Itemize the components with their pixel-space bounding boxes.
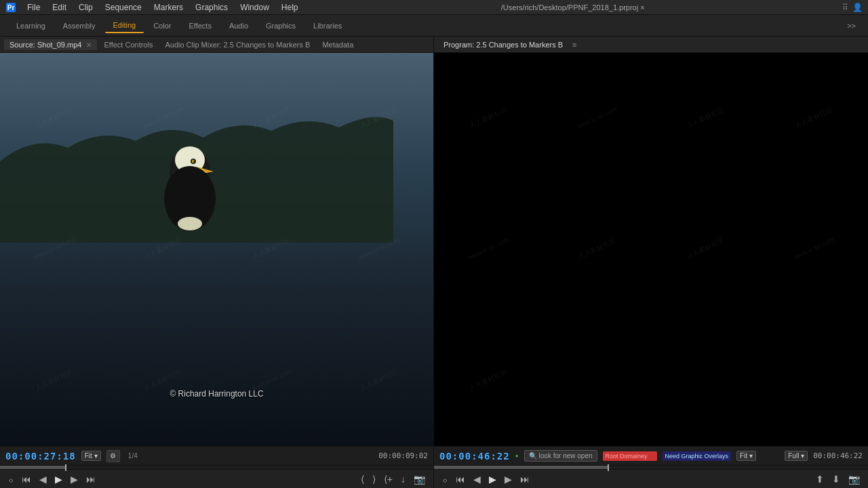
source-out-point-button[interactable]: ⟩	[370, 472, 378, 486]
source-insert-button[interactable]: ⟨+	[381, 472, 395, 486]
prog-step-forward-btn[interactable]: ⏭	[517, 472, 532, 486]
menu-item-file[interactable]: File	[22, 1, 45, 14]
source-tab-audio-mixer[interactable]: Audio Clip Mixer: 2.5 Changes to Markers…	[159, 39, 315, 50]
source-timecode-display: 00:00:27:18	[5, 451, 76, 462]
svg-point-9	[193, 161, 195, 162]
source-fit-dropdown[interactable]: Fit ▾	[81, 451, 101, 461]
program-scrubber-fill	[434, 466, 608, 469]
search-icon: 🔍	[529, 452, 537, 460]
source-video-preview: © Richard Harrington LLC 人人素材社区 www.rr-s…	[0, 53, 433, 446]
menu-item-clip[interactable]: Clip	[73, 1, 98, 14]
prog-export-frame-btn[interactable]: 📷	[846, 472, 863, 486]
source-add-marker-button[interactable]: ⬦	[5, 472, 16, 486]
menu-item-markers[interactable]: Markers	[149, 1, 189, 14]
menu-item-graphics[interactable]: Graphics	[190, 1, 233, 14]
prog-next-frame-btn[interactable]: ▶	[502, 472, 515, 486]
prog-lift-btn[interactable]: ⬆	[813, 472, 827, 486]
workspace-tab-libraries[interactable]: Libraries	[305, 19, 350, 33]
program-scrubber[interactable]	[434, 465, 868, 469]
program-green-indicator: ●	[515, 453, 519, 459]
program-timecode-bar: 00:00:46:22 ● 🔍 look for new open Root D…	[434, 446, 868, 465]
close-source-tab-icon[interactable]: ✕	[86, 41, 92, 49]
prog-prev-frame-btn[interactable]: ◀	[471, 472, 484, 486]
prog-wm-6: 人人素材社区	[520, 167, 673, 330]
source-next-frame-button[interactable]: ▶	[68, 472, 81, 486]
workspace-tab-effects[interactable]: Effects	[180, 19, 219, 33]
source-timecode-bar: 00:00:27:18 Fit ▾ ⚙ 1/4 00:00:09:02	[0, 446, 433, 465]
eagle-scene-svg	[0, 53, 433, 446]
program-red-marker-bar: Root Domainey	[603, 451, 657, 461]
source-tab-metadata[interactable]: Metadata	[317, 39, 359, 50]
prog-wm-3: 人人素材社区	[629, 53, 782, 199]
source-fraction: 1/4	[128, 452, 138, 460]
source-duration: 00:00:09:02	[378, 451, 428, 460]
source-scrubber[interactable]	[0, 465, 433, 469]
source-tabs: Source: Shot_09.mp4 ✕ Effect Controls Au…	[0, 37, 433, 53]
source-in-point-button[interactable]: ⟨	[358, 472, 367, 486]
workspace-tab-color[interactable]: Color	[145, 19, 179, 33]
source-panel: Source: Shot_09.mp4 ✕ Effect Controls Au…	[0, 37, 433, 488]
prog-wm-7: 人人素材社区	[629, 167, 782, 330]
menu-item-window[interactable]: Window	[235, 1, 275, 14]
program-search-bar[interactable]: 🔍 look for new open	[524, 450, 597, 462]
workspace-tab-audio[interactable]: Audio	[221, 19, 256, 33]
menu-item-sequence[interactable]: Sequence	[100, 1, 147, 14]
source-export-frame-button[interactable]: 📷	[411, 472, 428, 486]
user-icon[interactable]: 👤	[852, 3, 863, 12]
prog-add-marker-btn[interactable]: ⬦	[439, 472, 450, 486]
source-overwrite-button[interactable]: ↓	[398, 472, 408, 486]
source-transport-bar: ⬦ ⏮ ◀ ▶ ▶ ⏭ ⟨ ⟩ ⟨+ ↓ 📷	[0, 469, 433, 488]
menu-item-edit[interactable]: Edit	[47, 1, 72, 14]
program-transport-bar: ⬦ ⏮ ◀ ▶ ▶ ⏭ ⬆ ⬇ 📷	[434, 469, 868, 488]
prog-step-back-btn[interactable]: ⏮	[453, 472, 468, 486]
source-tab-shot09[interactable]: Source: Shot_09.mp4 ✕	[4, 39, 97, 50]
prog-wm-2: www.rr-sc.com	[520, 53, 673, 199]
prog-play-btn[interactable]: ▶	[486, 472, 499, 486]
program-tab-main[interactable]: Program: 2.5 Changes to Markers B	[438, 39, 568, 50]
workspace-bar: Learning Assembly Editing Color Effects …	[0, 15, 868, 37]
program-monitor-panel: Program: 2.5 Changes to Markers B ≡ 人人素材…	[434, 37, 868, 488]
workspace-tab-graphics[interactable]: Graphics	[258, 19, 304, 33]
workspace-more-button[interactable]: >>	[843, 19, 860, 33]
red-bar-label: Root Domainey	[606, 453, 648, 460]
main-layout: Source: Shot_09.mp4 ✕ Effect Controls Au…	[0, 37, 868, 488]
workspace-tab-editing[interactable]: Editing	[105, 18, 144, 33]
prog-wm-4: 人人素材社区	[737, 53, 868, 199]
program-panel: Program: 2.5 Changes to Markers B ≡ 人人素材…	[434, 37, 868, 488]
copyright-watermark: © Richard Harrington LLC	[170, 389, 263, 399]
program-tabs: Program: 2.5 Changes to Markers B ≡	[434, 37, 868, 53]
source-monitor-panel: Source: Shot_09.mp4 ✕ Effect Controls Au…	[0, 37, 434, 488]
menu-bar-right: ⠿ 👤	[842, 3, 863, 12]
workspace-tab-assembly[interactable]: Assembly	[55, 19, 104, 33]
program-fit-dropdown[interactable]: Fit ▾	[736, 451, 756, 461]
source-scrubber-fill	[0, 466, 65, 469]
program-full-dropdown[interactable]: Full ▾	[785, 451, 808, 461]
menu-item-help[interactable]: Help	[276, 1, 304, 14]
program-timecode-display: 00:00:46:22	[439, 451, 510, 462]
program-blue-marker-bar: Need Graphic Overlays	[663, 451, 732, 461]
prog-wm-5: www.rr-sc.com	[434, 167, 565, 330]
program-watermark-overlay: 人人素材社区 www.rr-sc.com 人人素材社区 人人素材社区 www.r…	[434, 53, 868, 446]
blue-bar-label: Need Graphic Overlays	[665, 453, 729, 460]
svg-text:Pr: Pr	[7, 4, 15, 12]
svg-point-6	[178, 217, 202, 230]
source-step-forward-button[interactable]: ⏭	[83, 472, 98, 486]
source-prev-frame-button[interactable]: ◀	[37, 472, 50, 486]
program-video-preview: 人人素材社区 www.rr-sc.com 人人素材社区 人人素材社区 www.r…	[434, 53, 868, 446]
prog-extract-btn[interactable]: ⬇	[829, 472, 843, 486]
traffic-lights: ⠿	[842, 3, 848, 12]
source-video-frame: © Richard Harrington LLC 人人素材社区 www.rr-s…	[0, 53, 433, 446]
menu-bar: Pr File Edit Clip Sequence Markers Graph…	[0, 0, 868, 15]
workspace-tab-learning[interactable]: Learning	[8, 19, 54, 33]
source-scrubber-handle[interactable]	[65, 464, 66, 471]
prog-wm-1: 人人素材社区	[434, 53, 565, 199]
source-settings-button[interactable]: ⚙	[106, 450, 120, 462]
source-step-back-button[interactable]: ⏮	[19, 472, 34, 486]
source-tab-effect-controls[interactable]: Effect Controls	[98, 39, 158, 50]
program-black-frame: 人人素材社区 www.rr-sc.com 人人素材社区 人人素材社区 www.r…	[434, 53, 868, 446]
source-play-stop-button[interactable]: ▶	[52, 472, 65, 486]
program-scrubber-handle[interactable]	[608, 464, 609, 471]
program-timecode-right: 00:00:46:22	[813, 451, 863, 460]
program-panel-menu-icon[interactable]: ≡	[572, 41, 576, 49]
prog-wm-9: 人人素材社区	[434, 298, 565, 446]
